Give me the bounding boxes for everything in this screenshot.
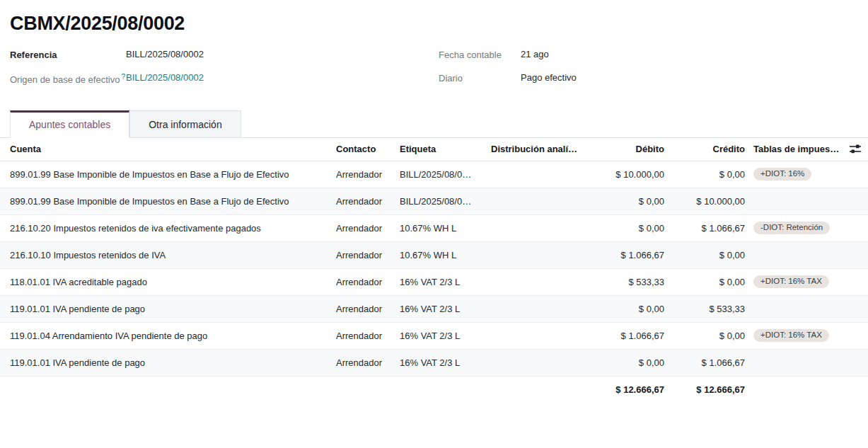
cell-debit[interactable]: $ 1.066,67 (584, 250, 669, 260)
totals-row: $ 12.666,67 $ 12.666,67 (0, 377, 868, 403)
cell-debit[interactable]: $ 10.000,00 (584, 169, 669, 180)
table-row[interactable]: 899.01.99 Base Imponible de Impuestos en… (0, 188, 868, 215)
page-title: CBMX/2025/08/0002 (0, 0, 868, 38)
cell-debit[interactable]: $ 0,00 (584, 196, 669, 207)
total-debit: $ 12.666,67 (584, 384, 669, 395)
table-row[interactable]: 216.10.10 Impuestos retenidos de IVA Arr… (0, 242, 868, 269)
col-header-debit[interactable]: Débito (584, 144, 669, 154)
cash-basis-origin-link[interactable]: BILL/2025/08/0002 (126, 71, 204, 85)
cell-account[interactable]: 216.10.10 Impuestos retenidos de IVA (0, 250, 336, 260)
reference-label: Referencia (10, 47, 126, 62)
optional-columns-icon[interactable] (850, 144, 861, 154)
table-row[interactable]: 119.01.01 IVA pendiente de pago Arrendad… (0, 350, 868, 377)
field-journal: Diario Pago efectivo (439, 71, 858, 86)
total-credit: $ 12.666,67 (669, 384, 749, 395)
col-header-credit[interactable]: Crédito (669, 144, 749, 154)
accounting-date-label: Fecha contable (439, 47, 521, 62)
cell-tax-grids[interactable]: +DIOT: 16% TAX (749, 329, 845, 343)
journal-items-table: Cuenta Contacto Etiqueta Distribución an… (0, 138, 868, 403)
cell-debit[interactable]: $ 0,00 (584, 304, 669, 314)
cell-contact[interactable]: Arrendador (336, 357, 400, 368)
tax-grid-tag[interactable]: -DIOT: Retención (753, 222, 830, 235)
cell-label[interactable]: 10.67% WH L (400, 223, 491, 234)
cell-account[interactable]: 118.01.01 IVA acreditable pagado (0, 277, 336, 287)
cell-debit[interactable]: $ 1.066,67 (584, 331, 669, 341)
tab-journal-items[interactable]: Apuntes contables (10, 110, 129, 138)
cell-label[interactable]: 16% VAT 2/3 L (400, 331, 491, 341)
table-row[interactable]: 216.10.20 Impuestos retenidos de iva efe… (0, 215, 868, 242)
cell-contact[interactable]: Arrendador (336, 169, 400, 180)
cell-credit[interactable]: $ 0,00 (669, 169, 749, 180)
cell-account[interactable]: 119.01.04 Arrendamiento IVA pendiente de… (0, 331, 336, 341)
cell-account[interactable]: 899.01.99 Base Imponible de Impuestos en… (0, 169, 336, 180)
cell-credit[interactable]: $ 1.066,67 (669, 357, 749, 368)
cell-credit[interactable]: $ 10.000,00 (669, 196, 749, 207)
cell-contact[interactable]: Arrendador (336, 196, 400, 207)
cell-account[interactable]: 119.01.01 IVA pendiente de pago (0, 357, 336, 368)
field-cash-basis-origin: Origen de base de efectivo? BILL/2025/08… (10, 71, 439, 87)
cell-label[interactable]: 10.67% WH L (400, 250, 491, 260)
table-row[interactable]: 119.01.04 Arrendamiento IVA pendiente de… (0, 323, 868, 350)
tax-grid-tag[interactable]: +DIOT: 16% TAX (753, 275, 829, 289)
cell-contact[interactable]: Arrendador (336, 331, 400, 341)
cell-label[interactable]: 16% VAT 2/3 L (400, 357, 491, 368)
field-area: Referencia BILL/2025/08/0002 Origen de b… (0, 38, 868, 100)
cell-credit[interactable]: $ 0,00 (669, 250, 749, 260)
col-header-tax-grids[interactable]: Tablas de impues… (749, 144, 845, 154)
journal-label: Diario (439, 71, 521, 86)
journal-entry-page: CBMX/2025/08/0002 Referencia BILL/2025/0… (0, 0, 868, 403)
reference-value[interactable]: BILL/2025/08/0002 (126, 47, 204, 62)
tax-grid-tag[interactable]: +DIOT: 16% (753, 168, 811, 181)
cell-credit[interactable]: $ 0,00 (669, 331, 749, 341)
table-row[interactable]: 899.01.99 Base Imponible de Impuestos en… (0, 161, 868, 188)
field-reference: Referencia BILL/2025/08/0002 (10, 47, 439, 62)
cell-debit[interactable]: $ 0,00 (584, 223, 669, 234)
accounting-date-value[interactable]: 21 ago (521, 47, 549, 62)
tax-grid-tag[interactable]: +DIOT: 16% TAX (753, 329, 829, 343)
cell-contact[interactable]: Arrendador (336, 223, 400, 234)
table-row[interactable]: 118.01.01 IVA acreditable pagado Arrenda… (0, 269, 868, 296)
cell-account[interactable]: 119.01.01 IVA pendiente de pago (0, 304, 336, 314)
cell-label[interactable]: 16% VAT 2/3 L (400, 277, 491, 287)
cell-debit[interactable]: $ 533,33 (584, 277, 669, 287)
cell-debit[interactable]: $ 0,00 (584, 357, 669, 368)
col-header-label[interactable]: Etiqueta (400, 144, 491, 154)
cell-tax-grids[interactable]: -DIOT: Retención (749, 222, 845, 235)
cell-label[interactable]: BILL/2025/08/0… (400, 196, 491, 207)
field-accounting-date: Fecha contable 21 ago (439, 47, 858, 62)
journal-value[interactable]: Pago efectivo (521, 71, 577, 85)
cash-basis-label: Origen de base de efectivo? (10, 71, 126, 87)
col-header-account[interactable]: Cuenta (0, 144, 336, 154)
notebook-tabs: Apuntes contables Otra información (0, 110, 868, 138)
col-header-analytic-distribution[interactable]: Distribución analí… (491, 144, 584, 154)
cell-tax-grids[interactable]: +DIOT: 16% TAX (749, 275, 845, 289)
tab-other-info[interactable]: Otra información (129, 110, 241, 138)
col-header-contact[interactable]: Contacto (336, 144, 400, 154)
cell-credit[interactable]: $ 0,00 (669, 277, 749, 287)
table-body: 899.01.99 Base Imponible de Impuestos en… (0, 161, 868, 377)
table-row[interactable]: 119.01.01 IVA pendiente de pago Arrendad… (0, 296, 868, 323)
cell-label[interactable]: BILL/2025/08/0… (400, 169, 491, 180)
cell-account[interactable]: 216.10.20 Impuestos retenidos de iva efe… (0, 223, 336, 234)
cell-account[interactable]: 899.01.99 Base Imponible de Impuestos en… (0, 196, 336, 207)
cell-credit[interactable]: $ 533,33 (669, 304, 749, 314)
cell-contact[interactable]: Arrendador (336, 304, 400, 314)
cell-tax-grids[interactable]: +DIOT: 16% (749, 168, 845, 181)
cell-credit[interactable]: $ 1.066,67 (669, 223, 749, 234)
cell-contact[interactable]: Arrendador (336, 277, 400, 287)
table-header-row: Cuenta Contacto Etiqueta Distribución an… (0, 138, 868, 161)
cell-label[interactable]: 16% VAT 2/3 L (400, 304, 491, 314)
cell-contact[interactable]: Arrendador (336, 250, 400, 260)
help-icon[interactable]: ? (121, 73, 125, 81)
